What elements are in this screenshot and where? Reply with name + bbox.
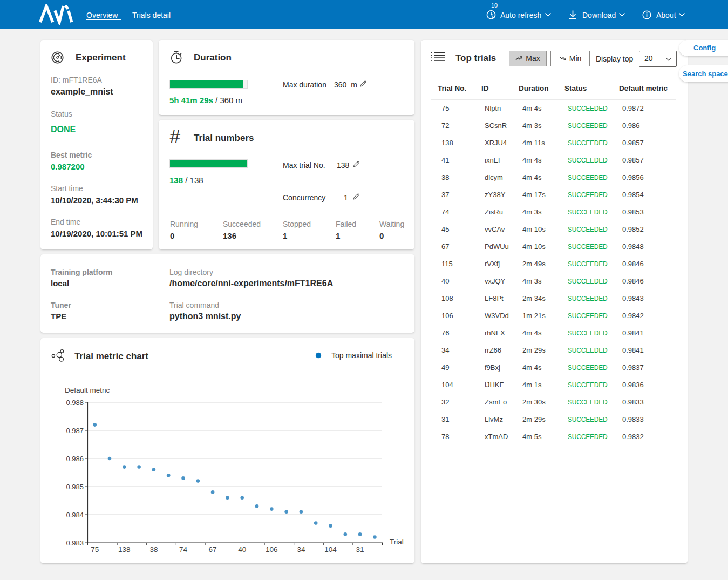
svg-text:0.985: 0.985	[66, 483, 84, 491]
svg-text:31: 31	[356, 545, 364, 554]
svg-text:106: 106	[266, 545, 278, 554]
svg-text:0.987: 0.987	[66, 427, 84, 435]
svg-text:75: 75	[91, 545, 99, 554]
svg-text:104: 104	[324, 545, 337, 554]
svg-text:138: 138	[118, 545, 131, 554]
svg-text:Top maximal trials: Top maximal trials	[331, 351, 392, 360]
svg-text:Trial: Trial	[390, 538, 404, 546]
svg-text:0.988: 0.988	[66, 399, 84, 407]
svg-text:Default metric: Default metric	[65, 386, 110, 394]
svg-text:67: 67	[209, 545, 217, 554]
svg-text:0.984: 0.984	[66, 511, 84, 519]
svg-text:74: 74	[179, 545, 188, 554]
svg-text:0.983: 0.983	[66, 539, 84, 547]
svg-text:38: 38	[149, 545, 158, 554]
svg-text:40: 40	[238, 545, 246, 554]
svg-text:0.986: 0.986	[66, 455, 84, 463]
svg-text:34: 34	[297, 545, 305, 554]
